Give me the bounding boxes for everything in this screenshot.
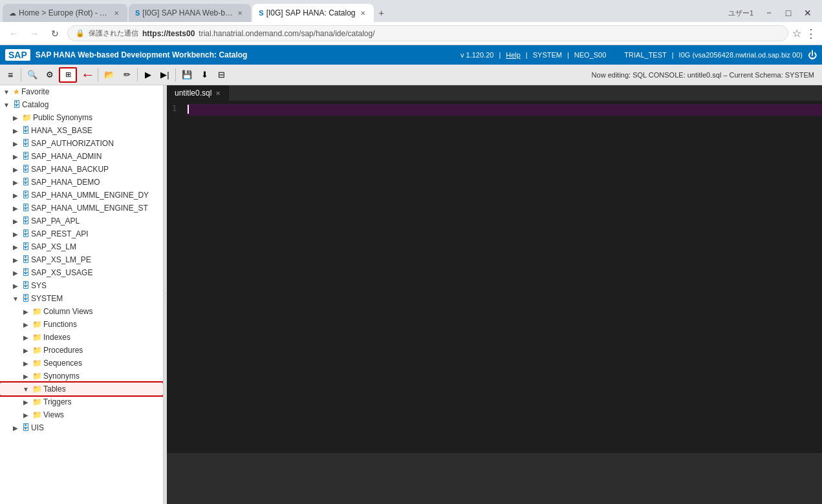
sidebar-item-favorite[interactable]: ▼ ★ Favorite xyxy=(0,85,163,98)
tab-2-label: [I0G] SAP HANA Web-ba... xyxy=(142,8,233,17)
sap-hana-demo-db-icon: 🗄 xyxy=(22,178,30,187)
column-views-folder-icon: 📁 xyxy=(32,307,42,316)
sidebar-item-sap-rest-api[interactable]: ▶ 🗄 SAP_REST_API xyxy=(0,227,163,240)
close-button[interactable]: ✕ xyxy=(799,4,817,22)
sidebar-item-uis[interactable]: ▶ 🗄 UIS xyxy=(0,421,163,434)
tab-3-close[interactable]: ✕ xyxy=(358,9,367,17)
sidebar-item-hana-xs-base[interactable]: ▶ 🗄 HANA_XS_BASE xyxy=(0,124,163,137)
trial-info: TRIAL_TEST xyxy=(624,51,666,59)
favorite-star-icon: ★ xyxy=(13,87,20,96)
sidebar-item-sap-hana-admin[interactable]: ▶ 🗄 SAP_HANA_ADMIN xyxy=(0,150,163,163)
sidebar-item-sys[interactable]: ▶ 🗄 SYS xyxy=(0,279,163,292)
sidebar-item-synonyms[interactable]: ▶ 📁 Synonyms xyxy=(0,370,163,383)
sidebar-item-catalog[interactable]: ▼ 🗄 Catalog xyxy=(0,98,163,111)
functions-folder-icon: 📁 xyxy=(32,320,42,329)
toolbar-separator-3 xyxy=(137,68,138,81)
sidebar-item-public-synonyms[interactable]: ▶ 📁 Public Synonyms xyxy=(0,111,163,124)
synonyms-folder-icon: 📁 xyxy=(32,372,42,381)
sap-hana-backup-db-icon: 🗄 xyxy=(22,165,30,174)
sidebar-item-triggers[interactable]: ▶ 📁 Triggers xyxy=(0,395,163,408)
sidebar-item-sap-xs-lm[interactable]: ▶ 🗄 SAP_XS_LM xyxy=(0,240,163,253)
sidebar-item-tables[interactable]: ▼ 📁 Tables xyxy=(0,383,163,395)
forward-button[interactable]: → xyxy=(26,25,43,42)
power-button[interactable]: ⏻ xyxy=(808,50,817,60)
synonyms-toggle: ▶ xyxy=(21,373,31,380)
minimize-button[interactable]: － xyxy=(760,4,778,22)
address-url-full: trial.hanatrial.ondemand.com/sap/hana/id… xyxy=(199,29,374,38)
procedures-label: Procedures xyxy=(43,346,83,355)
sap-xs-lm-pe-toggle: ▶ xyxy=(10,257,21,264)
edit-button[interactable]: ✏ xyxy=(119,67,135,83)
bookmark-button[interactable]: ☆ xyxy=(792,27,801,39)
bottom-panel xyxy=(167,452,822,504)
catalog-toggle: ▼ xyxy=(1,101,12,109)
back-button[interactable]: ← xyxy=(5,25,22,42)
sidebar-item-sap-hana-demo[interactable]: ▶ 🗄 SAP_HANA_DEMO xyxy=(0,176,163,189)
sap-hana-demo-label: SAP_HANA_DEMO xyxy=(31,178,100,187)
functions-toggle: ▶ xyxy=(21,321,31,328)
version: v 1.120.20 xyxy=(460,51,493,59)
reload-button[interactable]: ↻ xyxy=(47,25,63,42)
procedures-folder-icon: 📁 xyxy=(32,346,42,355)
menu-button[interactable]: ≡ xyxy=(3,67,18,83)
sidebar-item-sap-xs-lm-pe[interactable]: ▶ 🗄 SAP_XS_LM_PE xyxy=(0,253,163,266)
tab-2[interactable]: S [I0G] SAP HANA Web-ba... ✕ xyxy=(129,4,251,22)
sidebar-item-indexes[interactable]: ▶ 📁 Indexes xyxy=(0,331,163,344)
save-button[interactable]: 💾 xyxy=(178,67,195,83)
procedures-toggle: ▶ xyxy=(21,347,31,354)
sidebar-item-procedures[interactable]: ▶ 📁 Procedures xyxy=(0,344,163,357)
address-input-wrap[interactable]: 🔒 保護された通信 https://tests00 trial.hanatria… xyxy=(67,25,788,41)
tab-1[interactable]: ☁ Home > Europe (Rot) - T... ✕ xyxy=(3,4,127,22)
search-button[interactable]: 🔍 xyxy=(24,67,41,83)
run-button[interactable]: ▶ xyxy=(140,67,156,83)
open-button[interactable]: 📂 xyxy=(101,67,118,83)
editor-tab-1[interactable]: untitle0.sql ✕ xyxy=(167,85,229,101)
sap-hana-umml-st-db-icon: 🗄 xyxy=(22,204,30,213)
sys-label: SYS xyxy=(31,281,47,290)
sap-rest-api-label: SAP_REST_API xyxy=(31,229,89,238)
tab-1-close[interactable]: ✕ xyxy=(112,9,121,17)
sap-hana-umml-dy-label: SAP_HANA_UMML_ENGINE_DY xyxy=(31,191,149,200)
sap-rest-api-toggle: ▶ xyxy=(10,231,21,238)
sidebar-item-views[interactable]: ▶ 📁 Views xyxy=(0,408,163,421)
editor-tab-bar: untitle0.sql ✕ xyxy=(167,85,822,101)
download-button[interactable]: ⬇ xyxy=(197,67,212,83)
sidebar-item-system[interactable]: ▼ 🗄 SYSTEM xyxy=(0,292,163,305)
settings-button[interactable]: ⚙ xyxy=(42,67,58,83)
sap-hana-admin-db-icon: 🗄 xyxy=(22,152,30,161)
views-toggle: ▶ xyxy=(21,412,31,419)
format-button[interactable]: ⊟ xyxy=(213,67,229,83)
browser-menu-button[interactable]: ⋮ xyxy=(805,26,817,41)
editor-content[interactable]: 1 xyxy=(167,101,822,452)
table-view-button[interactable]: ⊞ xyxy=(59,67,77,83)
editor-tab-1-close[interactable]: ✕ xyxy=(215,90,221,97)
triggers-toggle: ▶ xyxy=(21,399,31,406)
user-name: SYSTEM xyxy=(533,51,562,59)
hana-xs-base-db-icon: 🗄 xyxy=(22,126,30,135)
sidebar-item-sequences[interactable]: ▶ 📁 Sequences xyxy=(0,357,163,370)
catalog-label: Catalog xyxy=(22,100,49,109)
sap-xs-lm-label: SAP_XS_LM xyxy=(31,242,76,251)
sap-xs-usage-db-icon: 🗄 xyxy=(22,268,30,277)
sidebar-item-sap-hana-umml-dy[interactable]: ▶ 🗄 SAP_HANA_UMML_ENGINE_DY xyxy=(0,189,163,202)
maximize-button[interactable]: □ xyxy=(779,4,797,22)
sidebar-item-sap-xs-usage[interactable]: ▶ 🗄 SAP_XS_USAGE xyxy=(0,266,163,279)
sidebar-item-functions[interactable]: ▶ 📁 Functions xyxy=(0,318,163,331)
tab-2-close[interactable]: ✕ xyxy=(235,9,244,17)
sidebar-item-column-views[interactable]: ▶ 📁 Column Views xyxy=(0,305,163,318)
tab-3[interactable]: S [I0G] SAP HANA: Catalog ✕ xyxy=(252,4,373,22)
sys-toggle: ▶ xyxy=(10,282,21,289)
lock-icon: 🔒 xyxy=(76,29,85,37)
sidebar-item-sap-authorization[interactable]: ▶ 🗄 SAP_AUTHORIZATION xyxy=(0,137,163,150)
sequences-toggle: ▶ xyxy=(21,360,31,367)
run-all-button[interactable]: ▶| xyxy=(157,67,173,83)
text-cursor xyxy=(188,105,189,114)
sidebar-item-sap-hana-umml-st[interactable]: ▶ 🗄 SAP_HANA_UMML_ENGINE_ST xyxy=(0,202,163,215)
sidebar-item-sap-pa-apl[interactable]: ▶ 🗄 SAP_PA_APL xyxy=(0,215,163,227)
sidebar-item-sap-hana-backup[interactable]: ▶ 🗄 SAP_HANA_BACKUP xyxy=(0,163,163,176)
sap-rest-api-db-icon: 🗄 xyxy=(22,229,30,238)
new-tab-button[interactable]: + xyxy=(374,5,389,21)
window-controls: ユザー1 － □ ✕ xyxy=(728,4,822,22)
help-link[interactable]: Help xyxy=(506,51,521,59)
schema-name: NEO_S00 xyxy=(574,51,607,59)
